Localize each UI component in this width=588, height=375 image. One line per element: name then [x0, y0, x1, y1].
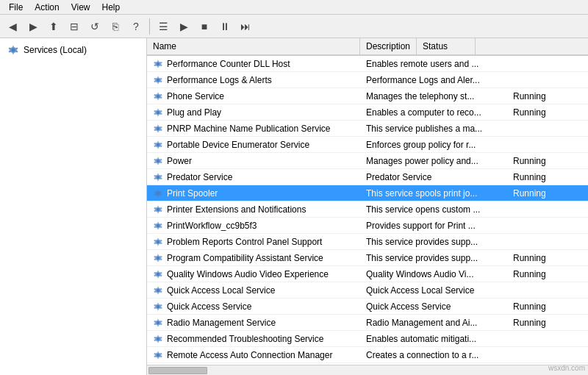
cell-name: Plug and Play: [147, 106, 360, 119]
show-hide-btn[interactable]: ⊟: [65, 17, 84, 36]
menu-item-help[interactable]: Help: [96, 0, 126, 14]
cell-status: [507, 240, 566, 243]
cell-name: Radio Management Service: [147, 316, 360, 329]
gear-icon: [7, 44, 19, 56]
main-layout: Services (Local) NameDescriptionStatus P…: [0, 38, 588, 375]
cell-description: Enables automatic mitigati...: [360, 332, 507, 346]
cell-description: Quality Windows Audio Vi...: [360, 268, 507, 281]
service-gear-icon: [153, 59, 163, 69]
service-gear-icon: [153, 301, 163, 312]
table-row[interactable]: PNRP Machine Name Publication ServiceThi…: [147, 121, 588, 137]
cell-description: Performance Logs and Aler...: [360, 74, 507, 87]
cell-name: Printer Extensions and Notifications: [147, 203, 360, 216]
table-row[interactable]: Quick Access Local ServiceQuick Access L…: [147, 282, 588, 299]
table-row[interactable]: Radio Management ServiceRadio Management…: [147, 315, 588, 331]
service-gear-icon: [153, 334, 163, 344]
cell-description: Enables a computer to reco...: [360, 106, 507, 119]
service-gear-icon: [153, 237, 163, 247]
table-container[interactable]: Performance Counter DLL HostEnables remo…: [147, 56, 588, 365]
table-row[interactable]: Performance Counter DLL HostEnables remo…: [147, 56, 588, 72]
cell-name: Problem Reports Control Panel Support: [147, 235, 360, 249]
cell-description: Enforces group policy for r...: [360, 138, 507, 151]
cell-status: [507, 208, 566, 211]
cell-status: Running: [507, 154, 566, 168]
cell-name: Remote Access Auto Connection Manager: [147, 349, 360, 362]
service-gear-icon: [153, 318, 163, 328]
cell-description: Enables remote users and ...: [360, 57, 507, 71]
cell-name: Portable Device Enumerator Service: [147, 138, 360, 151]
cell-status: [507, 143, 566, 146]
sidebar-item-services-local[interactable]: Services (Local): [3, 41, 143, 59]
cell-description: This service provides supp...: [360, 251, 507, 265]
service-gear-icon: [153, 140, 163, 150]
cell-name: Performance Counter DLL Host: [147, 57, 360, 71]
up-btn[interactable]: ⬆: [44, 17, 63, 36]
cell-name: Recommended Troubleshooting Service: [147, 332, 360, 346]
cell-status: Running: [507, 251, 566, 265]
horizontal-scrollbar[interactable]: [147, 365, 588, 375]
cell-name: Phone Service: [147, 90, 360, 103]
cell-status: [507, 224, 566, 227]
table-row[interactable]: Phone ServiceManages the telephony st...…: [147, 88, 588, 104]
cell-name: Quick Access Service: [147, 300, 360, 313]
table-row[interactable]: Program Compatibility Assistant ServiceT…: [147, 250, 588, 266]
table-row[interactable]: Print SpoolerThis service spools print j…: [147, 185, 588, 201]
service-gear-icon: [153, 285, 163, 296]
cell-description: This service spools print jo...: [360, 187, 507, 200]
table-row[interactable]: Portable Device Enumerator ServiceEnforc…: [147, 137, 588, 153]
cell-status: Running: [507, 268, 566, 281]
cell-status: Running: [507, 106, 566, 119]
cell-status: [507, 63, 566, 65]
cell-status: Running: [507, 300, 566, 313]
cell-description: This service provides supp...: [360, 235, 507, 249]
cell-description: Quick Access Service: [360, 300, 507, 313]
sidebar-label: Services (Local): [24, 45, 87, 55]
back-btn[interactable]: ◀: [3, 17, 22, 36]
col-header-name[interactable]: Name: [147, 38, 360, 54]
forward-btn[interactable]: ▶: [24, 17, 43, 36]
cell-status: [507, 79, 566, 82]
cell-name: PrintWorkflow_cc9b5f3: [147, 219, 360, 232]
menu-item-file[interactable]: File: [3, 0, 29, 14]
properties-btn[interactable]: ☰: [154, 17, 173, 36]
cell-name: Performance Logs & Alerts: [147, 74, 360, 87]
table-row[interactable]: PrintWorkflow_cc9b5f3Provides support fo…: [147, 218, 588, 234]
refresh-btn[interactable]: ↺: [85, 17, 104, 36]
stop-btn[interactable]: ■: [195, 17, 214, 36]
table-row[interactable]: Printer Extensions and NotificationsThis…: [147, 201, 588, 218]
service-gear-icon: [153, 350, 163, 360]
table-row[interactable]: Quality Windows Audio Video ExperienceQu…: [147, 266, 588, 282]
col-header-status[interactable]: Status: [417, 38, 476, 54]
cell-description: Predator Service: [360, 171, 507, 184]
cell-status: Running: [507, 171, 566, 184]
cell-description: Radio Management and Ai...: [360, 316, 507, 329]
cell-name: Power: [147, 154, 360, 168]
service-gear-icon: [153, 107, 163, 118]
pause-btn[interactable]: ⏸: [215, 17, 234, 36]
table-rows: Performance Counter DLL HostEnables remo…: [147, 56, 588, 365]
table-row[interactable]: Recommended Troubleshooting ServiceEnabl…: [147, 331, 588, 347]
play-btn[interactable]: ▶: [174, 17, 193, 36]
restart-btn[interactable]: ⏭: [236, 17, 255, 36]
table-row[interactable]: Quick Access ServiceQuick Access Service…: [147, 299, 588, 315]
table-row[interactable]: Plug and PlayEnables a computer to reco.…: [147, 104, 588, 121]
col-header-description[interactable]: Description: [360, 38, 417, 54]
table-row[interactable]: Problem Reports Control Panel SupportThi…: [147, 234, 588, 250]
service-gear-icon: [153, 204, 163, 215]
menu-item-action[interactable]: Action: [29, 0, 65, 14]
service-gear-icon: [153, 188, 163, 199]
table-row[interactable]: PowerManages power policy and...Running: [147, 153, 588, 169]
cell-name: Quick Access Local Service: [147, 284, 360, 297]
service-gear-icon: [153, 221, 163, 231]
service-gear-icon: [153, 269, 163, 279]
table-row[interactable]: Performance Logs & AlertsPerformance Log…: [147, 72, 588, 88]
help-btn[interactable]: ?: [126, 17, 146, 36]
table-row[interactable]: Remote Access Auto Connection ManagerCre…: [147, 347, 588, 363]
sidebar: Services (Local): [0, 38, 147, 375]
sep1: [149, 18, 150, 35]
cell-name: Predator Service: [147, 171, 360, 184]
hscroll-thumb[interactable]: [148, 367, 207, 374]
menu-item-view[interactable]: View: [65, 0, 96, 14]
export-btn[interactable]: ⎘: [106, 17, 125, 36]
table-row[interactable]: Predator ServicePredator ServiceRunning: [147, 169, 588, 185]
